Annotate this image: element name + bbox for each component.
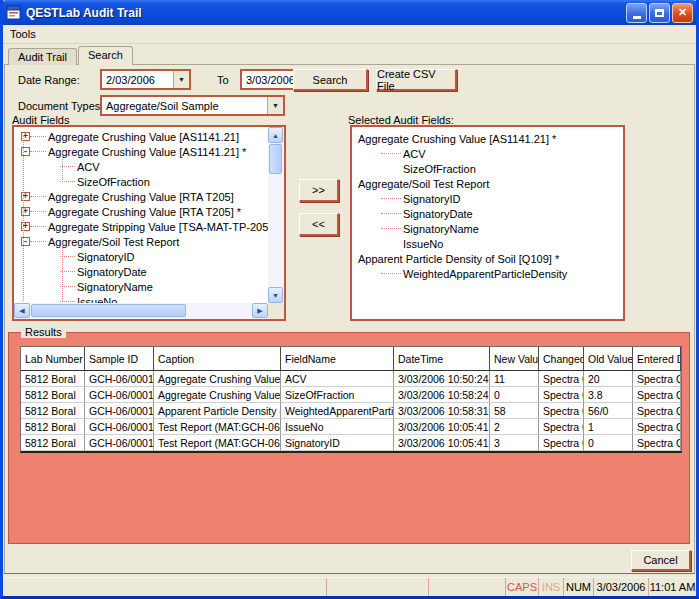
selected-item[interactable]: Aggregate Crushing Value [AS1141.21] *	[356, 131, 623, 146]
scroll-right-button[interactable]: ▶	[252, 303, 268, 318]
table-header-row: Lab Number Sample ID Caption FieldName D…	[21, 347, 681, 371]
date-range-label: Date Range:	[18, 74, 80, 86]
horizontal-scrollbar[interactable]: ◀ ▶	[14, 303, 268, 319]
close-button[interactable]: ✕	[672, 3, 693, 23]
tree-item[interactable]: +Aggregate Crushing Value [RTA T205] *	[16, 204, 268, 219]
tabstrip: Audit Trail Search	[8, 46, 134, 65]
selected-item[interactable]: IssueNo	[356, 236, 623, 251]
column-header[interactable]: Entered Date	[633, 347, 681, 371]
status-pane	[428, 578, 505, 596]
app-window: QESTLab Audit Trail ✕ Tools Audit Trail …	[0, 0, 699, 599]
date-from-value: 2/03/2006	[102, 74, 173, 86]
remove-field-button[interactable]: <<	[299, 213, 339, 236]
tree-item[interactable]: ACV	[16, 159, 268, 174]
tab-search[interactable]: Search	[78, 46, 133, 65]
column-header[interactable]: Old Value	[584, 347, 633, 371]
tree-item[interactable]: SignatoryName	[16, 279, 268, 294]
chevron-down-icon[interactable]: ▼	[173, 71, 189, 88]
selected-item[interactable]: SizeOfFraction	[356, 161, 623, 176]
selected-item[interactable]: Apparent Particle Density of Soil [Q109]…	[356, 251, 623, 266]
status-time: 11:01 AM	[648, 578, 696, 596]
selected-item[interactable]: SignatoryDate	[356, 206, 623, 221]
selected-item[interactable]: SignatoryName	[356, 221, 623, 236]
table-row[interactable]: 5812 BoralGCH-06/00017Test Report (MAT:G…	[21, 435, 681, 451]
results-label: Results	[21, 326, 66, 338]
table-row[interactable]: 5812 BoralGCH-06/00017Aggregate Crushing…	[21, 387, 681, 403]
results-table[interactable]: Lab Number Sample ID Caption FieldName D…	[20, 346, 682, 453]
scroll-up-button[interactable]: ▲	[268, 127, 283, 143]
maximize-button[interactable]	[649, 3, 670, 23]
tab-audit-trail[interactable]: Audit Trail	[8, 48, 77, 65]
status-num: NUM	[563, 578, 593, 596]
column-header[interactable]: Caption	[154, 347, 281, 371]
scroll-thumb[interactable]	[269, 144, 282, 174]
status-date: 3/03/2006	[593, 578, 648, 596]
document-types-combo[interactable]: Aggregate/Soil Sample ▼	[100, 95, 285, 116]
menubar: Tools	[3, 25, 696, 44]
tree-item[interactable]: +Aggregate Stripping Value [TSA-MAT-TP-2…	[16, 219, 268, 234]
column-header[interactable]: Sample ID	[85, 347, 154, 371]
titlebar[interactable]: QESTLab Audit Trail ✕	[0, 0, 699, 25]
column-header[interactable]: FieldName	[281, 347, 394, 371]
statusbar: CAPS INS NUM 3/03/2006 11:01 AM	[3, 577, 696, 596]
scroll-down-button[interactable]: ▼	[268, 287, 283, 303]
status-pane	[326, 578, 428, 596]
h-scroll-thumb[interactable]	[31, 304, 186, 317]
add-field-button[interactable]: >>	[299, 179, 339, 202]
app-icon	[6, 5, 21, 20]
column-header[interactable]: DateTime	[394, 347, 490, 371]
create-csv-button[interactable]: Create CSV File	[376, 69, 457, 91]
tree-content: +Aggregate Crushing Value [AS1141.21] -A…	[14, 127, 268, 303]
tree-item[interactable]: SignatoryID	[16, 249, 268, 264]
document-types-label: Document Types:	[18, 100, 103, 112]
tree-item[interactable]: +Aggregate Crushing Value [AS1141.21]	[16, 129, 268, 144]
selected-item[interactable]: ACV	[356, 146, 623, 161]
table-row[interactable]: 5812 BoralGCH-06/00017Aggregate Crushing…	[21, 371, 681, 387]
search-button[interactable]: Search	[293, 69, 368, 91]
column-header[interactable]: Changed	[539, 347, 584, 371]
audit-fields-tree[interactable]: +Aggregate Crushing Value [AS1141.21] -A…	[12, 125, 286, 321]
scrollbar-corner	[268, 303, 284, 319]
status-message-pane	[3, 578, 326, 596]
tree-item[interactable]: -Aggregate/Soil Test Report	[16, 234, 268, 249]
window-title: QESTLab Audit Trail	[26, 6, 626, 20]
selected-item[interactable]: WeightedApparentParticleDensity	[356, 266, 623, 281]
column-header[interactable]: New Value	[490, 347, 539, 371]
status-caps: CAPS	[505, 578, 538, 596]
status-ins: INS	[538, 578, 563, 596]
tree-item[interactable]: -Aggregate Crushing Value [AS1141.21] *	[16, 144, 268, 159]
tree-item[interactable]: +Aggregate Crushing Value [RTA T205]	[16, 189, 268, 204]
selected-content: Aggregate Crushing Value [AS1141.21] * A…	[352, 127, 623, 319]
table-row[interactable]: 5812 BoralGCH-06/00017Test Report (MAT:G…	[21, 419, 681, 435]
table-row[interactable]: 5812 BoralGCH-06/00017Apparent Particle …	[21, 403, 681, 419]
tree-item[interactable]: SignatoryDate	[16, 264, 268, 279]
selected-fields-panel[interactable]: Aggregate Crushing Value [AS1141.21] * A…	[350, 125, 625, 321]
minimize-button[interactable]	[626, 3, 647, 23]
tree-item[interactable]: IssueNo	[16, 294, 268, 303]
column-header[interactable]: Lab Number	[21, 347, 85, 371]
document-type-value: Aggregate/Soil Sample	[102, 100, 267, 112]
selected-item[interactable]: Aggregate/Soil Test Report	[356, 176, 623, 191]
chevron-down-icon[interactable]: ▼	[267, 97, 283, 114]
date-from-combo[interactable]: 2/03/2006 ▼	[100, 69, 191, 90]
menu-tools[interactable]: Tools	[3, 26, 43, 42]
cancel-button[interactable]: Cancel	[631, 550, 691, 571]
vertical-scrollbar[interactable]: ▲ ▼	[268, 127, 284, 303]
scroll-left-button[interactable]: ◀	[14, 303, 30, 318]
to-label: To	[217, 74, 229, 86]
tree-item[interactable]: SizeOfFraction	[16, 174, 268, 189]
selected-item[interactable]: SignatoryID	[356, 191, 623, 206]
